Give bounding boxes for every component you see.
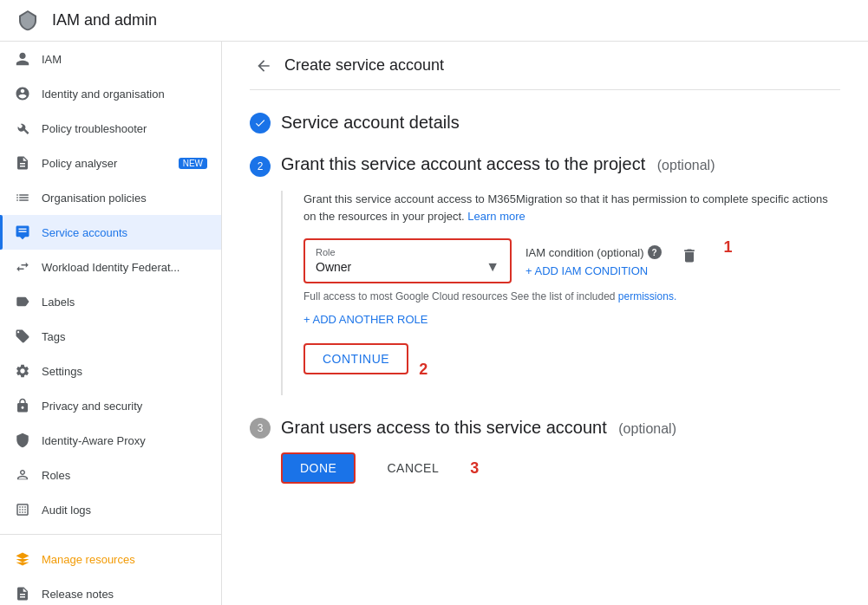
continue-button[interactable]: CONTINUE — [303, 343, 408, 374]
swap-horiz-icon — [14, 258, 31, 276]
sidebar: IAM Identity and organisation Policy tro… — [0, 42, 222, 605]
sidebar-identity-label: Identity and organisation — [42, 88, 207, 101]
sidebar-analyser-label: Policy analyser — [42, 157, 163, 170]
sidebar-release-notes-label: Release notes — [42, 588, 207, 601]
step2-section: 2 Grant this service account access to t… — [250, 154, 840, 395]
sidebar-item-service-accounts[interactable]: Service accounts — [0, 215, 221, 250]
sidebar-item-identity-aware-proxy[interactable]: Identity-Aware Proxy — [0, 423, 221, 458]
step2-header: 2 Grant this service account access to t… — [250, 154, 840, 177]
sidebar-iap-label: Identity-Aware Proxy — [42, 434, 207, 447]
manage-resources-icon — [14, 550, 31, 568]
sidebar-audit-logs-label: Audit logs — [42, 504, 207, 517]
sidebar-item-audit-logs[interactable]: Audit logs — [0, 492, 221, 527]
page-title: Create service account — [284, 56, 444, 75]
role-label: Role — [316, 247, 499, 257]
role-select-row: Owner ▼ — [316, 259, 499, 275]
sidebar-workload-label: Workload Identity Federat... — [42, 261, 207, 274]
sidebar-iam-label: IAM — [42, 53, 207, 66]
sidebar-item-privacy-security[interactable]: Privacy and security — [0, 388, 221, 423]
wrench-icon — [14, 120, 31, 137]
sidebar-item-org-policies[interactable]: Organisation policies — [0, 180, 221, 215]
list-icon — [14, 189, 31, 206]
tags-icon — [14, 328, 31, 345]
step3-circle: 3 — [250, 418, 271, 439]
sidebar-settings-label: Settings — [42, 365, 207, 378]
role-desc: Full access to most Google Cloud resourc… — [303, 290, 840, 302]
step1-header: Service account details — [250, 111, 840, 133]
header-title: IAM and admin — [52, 11, 157, 29]
sidebar-roles-label: Roles — [42, 469, 207, 482]
person-icon — [14, 50, 31, 68]
dropdown-arrow-icon: ▼ — [486, 259, 499, 275]
description-icon — [14, 154, 31, 172]
card-membership-icon — [14, 224, 31, 241]
list-alt-icon — [14, 501, 31, 518]
sidebar-item-policy-troubleshooter[interactable]: Policy troubleshooter — [0, 111, 221, 146]
step2-title-group: Grant this service account access to the… — [281, 154, 715, 174]
step1-title: Service account details — [281, 113, 460, 133]
add-another-role-link[interactable]: + ADD ANOTHER ROLE — [303, 313, 840, 326]
sidebar-item-roles[interactable]: Roles — [0, 458, 221, 492]
iam-condition-group: IAM condition (optional) ? + ADD IAM CON… — [525, 238, 662, 277]
iam-condition-title: IAM condition (optional) ? — [525, 245, 662, 259]
step1-section: Service account details — [250, 111, 840, 133]
sidebar-manage-resources-label: Manage resources — [42, 553, 207, 566]
sidebar-privacy-label: Privacy and security — [42, 400, 207, 413]
step3-optional: (optional) — [618, 421, 676, 436]
add-iam-condition-link[interactable]: + ADD IAM CONDITION — [525, 264, 662, 277]
step2-body: Grant this service account access to M36… — [281, 191, 840, 395]
step3-section: 3 Grant users access to this service acc… — [250, 416, 840, 484]
step3-title: Grant users access to this service accou… — [281, 418, 676, 438]
person-outline-icon — [14, 466, 31, 484]
sidebar-item-release-notes[interactable]: Release notes — [0, 576, 221, 605]
sidebar-divider — [0, 534, 221, 535]
step2-circle: 2 — [250, 156, 271, 177]
step3-annotation-3: 3 — [470, 459, 479, 478]
back-button[interactable] — [250, 52, 277, 80]
done-button[interactable]: DONE — [281, 452, 356, 484]
sidebar-item-settings[interactable]: Settings — [0, 354, 221, 388]
sidebar-labels-label: Labels — [42, 296, 207, 309]
sidebar-item-workload-identity[interactable]: Workload Identity Federat... — [0, 250, 221, 284]
new-badge: NEW — [179, 158, 207, 169]
settings-icon — [14, 362, 31, 380]
label-icon — [14, 293, 31, 310]
step2-description: Grant this service account access to M36… — [303, 191, 840, 224]
lock-icon — [14, 397, 31, 414]
role-select-container[interactable]: Role Owner ▼ — [303, 238, 512, 283]
cancel-button[interactable]: CANCEL — [369, 454, 456, 482]
step2-annotation-2: 2 — [419, 361, 427, 379]
delete-icon[interactable] — [675, 242, 703, 270]
role-row: Role Owner ▼ IAM condition (optional) ? … — [303, 238, 840, 283]
step3-body: DONE CANCEL 3 — [281, 452, 840, 484]
role-value: Owner — [316, 260, 351, 274]
step2-optional: (optional) — [657, 158, 715, 172]
main-layout: IAM Identity and organisation Policy tro… — [0, 42, 868, 605]
step2-title: Grant this service account access to the… — [281, 154, 715, 173]
sidebar-tags-label: Tags — [42, 330, 207, 343]
sidebar-troubleshooter-label: Policy troubleshooter — [42, 122, 207, 135]
step2-annotation-1: 1 — [724, 238, 733, 257]
step1-circle — [250, 113, 271, 133]
continue-row: CONTINUE 2 — [303, 343, 840, 395]
sidebar-item-tags[interactable]: Tags — [0, 319, 221, 354]
sidebar-item-policy-analyser[interactable]: Policy analyser NEW — [0, 146, 221, 180]
step3-actions: DONE CANCEL 3 — [281, 452, 840, 484]
header: IAM and admin — [0, 0, 868, 42]
sidebar-item-identity-org[interactable]: Identity and organisation — [0, 76, 221, 111]
page-header: Create service account — [250, 42, 840, 90]
app-icon — [14, 7, 42, 35]
sidebar-item-iam[interactable]: IAM — [0, 42, 221, 76]
sidebar-service-accounts-label: Service accounts — [42, 226, 207, 239]
sidebar-item-manage-resources[interactable]: Manage resources — [0, 542, 221, 576]
security-icon — [14, 432, 31, 449]
step3-header: 3 Grant users access to this service acc… — [250, 416, 840, 439]
main-content: Create service account Service account d… — [222, 42, 868, 605]
sidebar-org-policies-label: Organisation policies — [42, 192, 207, 205]
sidebar-item-labels[interactable]: Labels — [0, 284, 221, 319]
release-notes-icon — [14, 585, 31, 602]
help-icon[interactable]: ? — [648, 245, 662, 259]
account-circle-icon — [14, 85, 31, 102]
learn-more-link[interactable]: Learn more — [467, 210, 525, 223]
permissions-link[interactable]: permissions. — [618, 290, 676, 302]
